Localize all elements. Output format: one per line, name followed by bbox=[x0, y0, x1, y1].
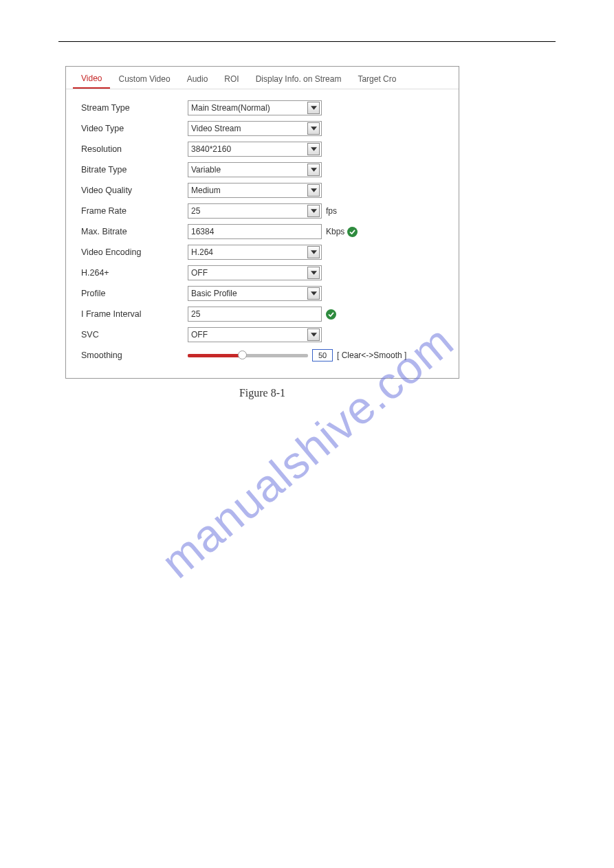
row-video-quality: Video QualityMedium bbox=[81, 180, 443, 201]
value-stream-type: Main Stream(Normal) bbox=[191, 103, 270, 113]
value-bitrate-type: Variable bbox=[191, 165, 221, 175]
select-video-quality[interactable]: Medium bbox=[188, 183, 322, 198]
label-profile: Profile bbox=[81, 289, 188, 298]
label-i-frame: I Frame Interval bbox=[81, 309, 188, 319]
figure-caption: Figure 8-1 bbox=[65, 387, 459, 399]
value-resolution: 3840*2160 bbox=[191, 144, 231, 154]
tab-roi[interactable]: ROI bbox=[216, 71, 247, 88]
tab-display-info-on-stream[interactable]: Display Info. on Stream bbox=[248, 71, 350, 88]
row-resolution: Resolution3840*2160 bbox=[81, 139, 443, 159]
row-profile: ProfileBasic Profile bbox=[81, 283, 443, 304]
value-i-frame: 25 bbox=[191, 309, 200, 319]
chevron-down-icon[interactable] bbox=[307, 102, 320, 114]
svg-marker-2 bbox=[311, 147, 317, 151]
select-video-encoding[interactable]: H.264 bbox=[188, 245, 322, 260]
label-h264plus: H.264+ bbox=[81, 268, 188, 278]
slider-hint: [ Clear<->Smooth ] bbox=[337, 350, 406, 360]
tab-custom-video[interactable]: Custom Video bbox=[110, 71, 178, 88]
svg-marker-5 bbox=[311, 209, 317, 212]
row-svc: SVCOFF bbox=[81, 324, 443, 345]
input-max-bitrate[interactable]: 16384 bbox=[188, 224, 322, 239]
label-video-encoding: Video Encoding bbox=[81, 247, 188, 257]
chevron-down-icon[interactable] bbox=[307, 329, 320, 341]
value-video-encoding: H.264 bbox=[191, 247, 213, 257]
tab-bar: VideoCustom VideoAudioROIDisplay Info. o… bbox=[66, 67, 459, 89]
check-icon bbox=[326, 309, 336, 320]
label-svc: SVC bbox=[81, 330, 188, 340]
select-h264plus[interactable]: OFF bbox=[188, 265, 322, 280]
row-smoothing: Smoothing50[ Clear<->Smooth ] bbox=[81, 345, 443, 366]
svg-marker-8 bbox=[311, 291, 317, 295]
page-top-rule bbox=[58, 41, 556, 42]
tab-video[interactable]: Video bbox=[73, 71, 110, 89]
svg-marker-4 bbox=[311, 188, 317, 192]
svg-marker-0 bbox=[311, 106, 317, 109]
suffix-max-bitrate: Kbps bbox=[326, 227, 358, 237]
chevron-down-icon[interactable] bbox=[307, 287, 320, 300]
row-max-bitrate: Max. Bitrate16384Kbps bbox=[81, 221, 443, 242]
slider-thumb[interactable] bbox=[238, 350, 247, 359]
label-bitrate-type: Bitrate Type bbox=[81, 165, 188, 175]
value-profile: Basic Profile bbox=[191, 289, 237, 298]
label-stream-type: Stream Type bbox=[81, 103, 188, 113]
slider-value-input[interactable]: 50 bbox=[312, 349, 333, 361]
row-h264plus: H.264+OFF bbox=[81, 263, 443, 283]
value-max-bitrate: 16384 bbox=[191, 227, 214, 236]
check-icon bbox=[347, 227, 358, 237]
chevron-down-icon[interactable] bbox=[307, 205, 320, 217]
select-resolution[interactable]: 3840*2160 bbox=[188, 142, 322, 157]
row-i-frame: I Frame Interval25 bbox=[81, 304, 443, 324]
label-frame-rate: Frame Rate bbox=[81, 206, 188, 216]
chevron-down-icon[interactable] bbox=[307, 246, 320, 258]
tab-target-cro[interactable]: Target Cro bbox=[349, 71, 404, 88]
svg-marker-7 bbox=[311, 271, 317, 274]
label-smoothing: Smoothing bbox=[81, 350, 188, 360]
slider-smoothing[interactable] bbox=[188, 354, 308, 357]
video-settings-panel: VideoCustom VideoAudioROIDisplay Info. o… bbox=[65, 66, 459, 379]
chevron-down-icon[interactable] bbox=[307, 267, 320, 279]
label-max-bitrate: Max. Bitrate bbox=[81, 227, 188, 236]
slider-smoothing-wrap: 50[ Clear<->Smooth ] bbox=[188, 349, 406, 361]
svg-marker-9 bbox=[311, 333, 317, 336]
select-frame-rate[interactable]: 25 bbox=[188, 203, 322, 219]
chevron-down-icon[interactable] bbox=[307, 143, 320, 155]
input-i-frame[interactable]: 25 bbox=[188, 307, 322, 322]
select-stream-type[interactable]: Main Stream(Normal) bbox=[188, 100, 322, 115]
suffix-i-frame bbox=[326, 309, 336, 320]
chevron-down-icon[interactable] bbox=[307, 122, 320, 135]
svg-marker-3 bbox=[311, 168, 317, 171]
row-stream-type: Stream TypeMain Stream(Normal) bbox=[81, 98, 443, 118]
value-svc: OFF bbox=[191, 330, 208, 340]
row-frame-rate: Frame Rate25fps bbox=[81, 201, 443, 221]
select-bitrate-type[interactable]: Variable bbox=[188, 162, 322, 177]
label-video-quality: Video Quality bbox=[81, 186, 188, 195]
row-video-type: Video TypeVideo Stream bbox=[81, 118, 443, 139]
svg-marker-6 bbox=[311, 250, 317, 254]
label-video-type: Video Type bbox=[81, 124, 188, 133]
value-h264plus: OFF bbox=[191, 268, 208, 278]
svg-marker-1 bbox=[311, 126, 317, 130]
select-video-type[interactable]: Video Stream bbox=[188, 121, 322, 136]
value-frame-rate: 25 bbox=[191, 206, 200, 216]
video-settings-form: Stream TypeMain Stream(Normal)Video Type… bbox=[66, 89, 459, 378]
chevron-down-icon[interactable] bbox=[307, 184, 320, 197]
tab-audio[interactable]: Audio bbox=[179, 71, 217, 88]
suffix-frame-rate: fps bbox=[326, 206, 337, 216]
value-video-type: Video Stream bbox=[191, 124, 241, 133]
row-video-encoding: Video EncodingH.264 bbox=[81, 242, 443, 263]
chevron-down-icon[interactable] bbox=[307, 164, 320, 176]
row-bitrate-type: Bitrate TypeVariable bbox=[81, 159, 443, 180]
label-resolution: Resolution bbox=[81, 144, 188, 154]
select-profile[interactable]: Basic Profile bbox=[188, 286, 322, 301]
value-video-quality: Medium bbox=[191, 186, 221, 195]
unit-text: Kbps bbox=[326, 227, 344, 236]
select-svc[interactable]: OFF bbox=[188, 327, 322, 342]
unit-text: fps bbox=[326, 206, 337, 216]
